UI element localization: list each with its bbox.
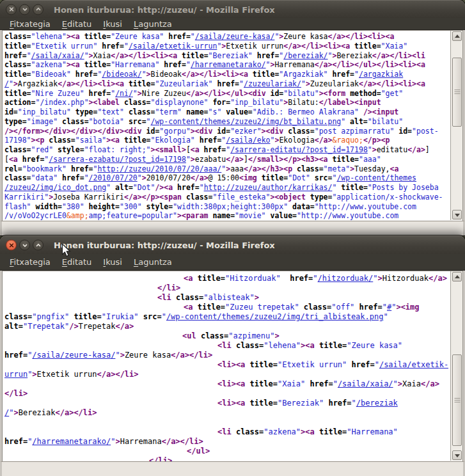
code-token: Harremana [120, 437, 162, 446]
code-token: Nire Zuzeu [142, 89, 186, 98]
code-token: ><param [177, 211, 212, 220]
code-line [4, 418, 448, 427]
source-link[interactable]: /saila/xaia/ [31, 51, 84, 60]
code-token: </small></p><h3><a [248, 155, 333, 164]
source-link[interactable]: /ni/ [115, 89, 133, 98]
code-token: > [13, 408, 18, 417]
code-token: title= [198, 303, 225, 312]
code-token: ><a [67, 32, 84, 41]
code-token: </a></li><li><a [182, 70, 253, 79]
code-token: > [255, 293, 259, 302]
code-line: <li><a title="Etxetik urrun" href="/sail… [4, 360, 448, 370]
source-link[interactable]: /wp-content/themes/zuzeu2/img/tri_albist… [166, 312, 384, 321]
code-token: ><a [106, 136, 124, 145]
close-button[interactable] [6, 4, 17, 15]
horizontal-scrollbar[interactable] [0, 461, 465, 476]
code-token: "pngfix" [32, 312, 69, 321]
code-token: title= [253, 70, 280, 79]
source-link[interactable]: /saila/etxetik- [379, 360, 448, 369]
code-line: [<a href="/sarrera-ezabatu/?post_id=1719… [4, 155, 448, 164]
menu-item-ikusi[interactable]: Ikusi [97, 257, 128, 267]
source-link[interactable]: /saila/xaia/ [338, 379, 393, 388]
code-line: <a title="Zuzeu trepetak" class="off" hr… [4, 303, 448, 312]
close-button[interactable] [6, 240, 17, 251]
code-token: ><a [67, 60, 84, 69]
source-link[interactable]: urrun [4, 370, 28, 379]
code-token: "bilatu" [368, 117, 403, 126]
scrollbar-thumb[interactable] [452, 354, 462, 446]
code-token: "Xaia" [278, 379, 305, 388]
maximize-button[interactable] [33, 240, 43, 251]
vertical-scrollbar[interactable] [450, 31, 462, 220]
source-view: <a title="Hitzorduak" href="/hitzorduak/… [0, 271, 465, 461]
menu-item-fitxategia[interactable]: Fitxategia [4, 257, 56, 267]
menu-item-laguntza[interactable]: Laguntza [128, 257, 178, 267]
scroll-down-button[interactable] [452, 210, 462, 219]
source-link[interactable]: /wp-content/themes [336, 173, 416, 182]
source-link[interactable]: /hitzorduak/ [318, 274, 374, 283]
horizontal-scrollbar[interactable] [0, 221, 465, 235]
code-token: " [84, 173, 89, 182]
code-token: "file_esteka" [212, 193, 270, 202]
source-link[interactable]: /bereziak/ [283, 51, 327, 60]
code-line: alt="Trepetak"/>Trepetak</a> [4, 322, 448, 331]
code-token: "380" [62, 202, 84, 211]
code-line: class="pngfix" title="Irukia" src="/wp-c… [4, 312, 448, 322]
source-link[interactable]: /argazkiak [359, 70, 403, 79]
menu-item-fitxategia[interactable]: Fitxategia [4, 19, 56, 29]
source-link[interactable]: /2010/07/20 [89, 173, 138, 182]
source-link[interactable]: /saila/etxetik-urrun [129, 42, 217, 51]
code-token: "Bereziak" [278, 399, 324, 408]
code-token: > [146, 70, 151, 79]
code-token: type= [310, 193, 333, 202]
code-token: </label><input [319, 98, 381, 107]
source-link[interactable]: /sarrera-ezabatu/?post_id=17198 [49, 155, 186, 164]
maximize-button[interactable] [33, 4, 43, 15]
minimize-button[interactable] [19, 240, 30, 251]
source-link[interactable]: http://zuzeu/2010/07/20/aaa/ [97, 164, 221, 173]
scroll-down-button[interactable] [452, 450, 462, 460]
code-line: /v/oVoO2ycrLE0&amp;amp;feature=popular">… [4, 211, 448, 221]
code-token: "ezker" [230, 127, 261, 136]
code-token: <li><a [217, 379, 250, 388]
source-link[interactable]: /harremanetarako/ [32, 437, 111, 446]
code-token: "inp_bilatu" [230, 98, 283, 107]
source-link[interactable]: /saila/zeure-kasa/ [32, 351, 115, 360]
code-token: class= [236, 427, 264, 436]
code-token: " [186, 60, 191, 69]
code-token: alt= [345, 117, 368, 126]
code-token: /><input [363, 107, 398, 116]
scroll-up-button[interactable] [452, 31, 462, 41]
source-link[interactable]: /harremanetarako/ [191, 60, 266, 69]
code-token: title= [4, 42, 31, 51]
code-line: </li> [4, 389, 448, 399]
menu-item-ikusi[interactable]: Ikusi [97, 19, 128, 29]
code-token: Tuesday, [354, 164, 390, 173]
scrollbar-thumb[interactable] [452, 58, 462, 127]
menu-item-laguntza[interactable]: Laguntza [128, 19, 178, 29]
code-line: title="Etxetik urrun" href="/saila/etxet… [4, 42, 448, 51]
source-link[interactable]: /zuzeu2/img/ico_dot.png [4, 183, 106, 192]
source-link[interactable]: /saila/eko [226, 136, 270, 145]
source-link[interactable]: /wp-content/themes/zuzeu2/img/bt_bilatu.… [151, 117, 342, 126]
source-link[interactable]: /zuzeulariak/ [244, 79, 301, 88]
code-token: ><form [319, 89, 350, 98]
code-token: "azpimenu" [228, 331, 274, 340]
minimize-button[interactable] [19, 4, 30, 15]
code-token: [ [4, 155, 9, 164]
code-token: > [398, 379, 402, 388]
source-link[interactable]: /saila/zeure-kasa/ [195, 32, 275, 41]
vertical-scrollbar[interactable] [450, 271, 462, 461]
code-token: action= [4, 98, 35, 107]
scroll-up-button[interactable] [452, 272, 462, 282]
menu-item-editatu[interactable]: Editatu [56, 19, 97, 29]
code-token: Bereziak [336, 51, 372, 60]
source-link[interactable]: /bereziak [356, 399, 398, 408]
titlebar[interactable]: Honen iturburua: http://zuzeu/ - Mozilla… [0, 0, 465, 18]
source-link[interactable]: / [4, 79, 9, 88]
menu-item-editatu[interactable]: Editatu [56, 257, 97, 267]
code-token: </li> [149, 456, 172, 461]
source-link[interactable]: /bideoak/ [102, 70, 141, 79]
source-link[interactable]: http://zuzeu/author/karrikas/ [204, 183, 333, 192]
source-link[interactable]: /sarrera-editatu/?post_id=17198 [230, 145, 368, 154]
